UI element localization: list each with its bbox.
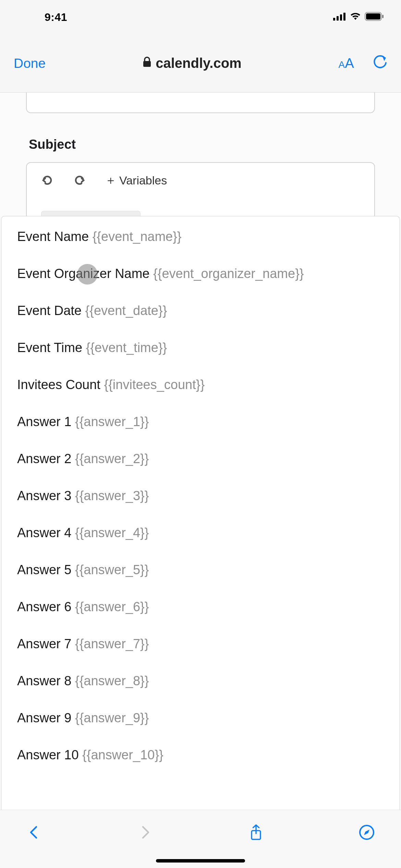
address-bar[interactable]: calendly.com [143,56,241,71]
battery-icon [365,12,384,22]
variable-token: {{event_time}} [82,340,167,355]
variable-token: {{event_date}} [82,303,167,318]
variable-item[interactable]: Event Date {{event_date}} [17,304,384,317]
redo-button[interactable] [73,173,86,187]
variable-label: Answer 6 [17,600,71,614]
variable-label: Answer 5 [17,563,71,577]
variable-label: Event Date [17,303,82,318]
variable-item[interactable]: Answer 8 {{answer_8}} [17,674,384,687]
undo-button[interactable] [40,173,54,187]
svg-rect-0 [333,18,335,21]
variable-label: Answer 3 [17,489,71,503]
forward-button[interactable] [135,822,155,843]
status-icons [333,12,384,22]
variable-token: {{answer_5}} [71,563,149,577]
browser-header: Done calendly.com AA [0,34,401,93]
svg-rect-6 [382,15,384,18]
variable-label: Event Name [17,229,89,244]
variable-token: {{answer_9}} [71,711,149,725]
cellular-signal-icon [333,12,346,22]
reload-button[interactable] [373,55,387,72]
variable-token: {{answer_7}} [71,637,149,651]
variable-token: {{answer_8}} [71,674,149,688]
variables-button[interactable]: ＋ Variables [105,172,167,188]
variable-item[interactable]: Answer 2 {{answer_2}} [17,452,384,465]
share-button[interactable] [246,822,266,843]
svg-rect-5 [366,13,380,20]
variable-token: {{answer_6}} [71,600,149,614]
url-text: calendly.com [156,56,241,71]
home-indicator[interactable] [156,859,245,863]
previous-field-box[interactable] [26,93,375,113]
variable-token: {{answer_2}} [71,451,149,466]
lock-icon [143,57,151,70]
variable-label: Answer 8 [17,674,71,688]
variable-item[interactable]: Answer 10 {{answer_10}} [17,748,384,761]
variables-list: Event Name {{event_name}}Event Organizer… [17,230,384,761]
browser-bottom-toolbar [0,810,401,868]
variable-label: Answer 1 [17,414,71,429]
text-size-button[interactable]: AA [339,56,354,71]
variable-item[interactable]: Answer 3 {{answer_3}} [17,489,384,502]
variable-label: Event Time [17,340,82,355]
svg-rect-3 [343,13,345,21]
variable-item[interactable]: Answer 6 {{answer_6}} [17,600,384,613]
subject-toolbar: ＋ Variables [40,172,361,188]
variable-token: {{answer_3}} [71,489,149,503]
plus-icon: ＋ [105,172,117,188]
variable-item[interactable]: Answer 4 {{answer_4}} [17,526,384,539]
variable-item[interactable]: Event Time {{event_time}} [17,341,384,354]
variable-label: Invitees Count [17,377,100,392]
variable-label: Answer 4 [17,526,71,540]
variable-token: {{event_name}} [89,229,181,244]
svg-rect-1 [337,16,339,21]
variable-label: Answer 2 [17,451,71,466]
variable-item[interactable]: Answer 1 {{answer_1}} [17,415,384,428]
touch-indicator [77,264,98,285]
safari-button[interactable] [356,822,377,843]
variables-dropdown: Event Name {{event_name}}Event Organizer… [1,216,400,810]
variable-item[interactable]: Answer 7 {{answer_7}} [17,637,384,650]
variables-button-label: Variables [119,174,167,187]
variable-item[interactable]: Event Name {{event_name}} [17,230,384,243]
variable-token: {{invitees_count}} [100,377,205,392]
variable-item[interactable]: Answer 5 {{answer_5}} [17,563,384,576]
variable-token: {{answer_4}} [71,526,149,540]
done-button[interactable]: Done [14,56,46,71]
svg-rect-2 [340,14,342,21]
back-button[interactable] [24,822,45,843]
status-time: 9:41 [45,11,67,24]
variable-label: Answer 9 [17,711,71,725]
subject-label: Subject [29,137,398,152]
variable-token: {{answer_1}} [71,414,149,429]
variable-label: Answer 7 [17,637,71,651]
variable-token: {{answer_10}} [79,748,163,762]
variable-item[interactable]: Answer 9 {{answer_9}} [17,711,384,724]
wifi-icon [350,12,361,22]
variable-item[interactable]: Invitees Count {{invitees_count}} [17,378,384,391]
variable-label: Answer 10 [17,748,79,762]
variable-item[interactable]: Event Organizer Name {{event_organizer_n… [17,267,384,280]
svg-rect-7 [143,61,151,67]
page-content: Subject ＋ Variables Event Name {{event_n… [0,93,401,810]
status-bar: 9:41 [0,0,401,34]
variable-token: {{event_organizer_name}} [150,266,304,281]
